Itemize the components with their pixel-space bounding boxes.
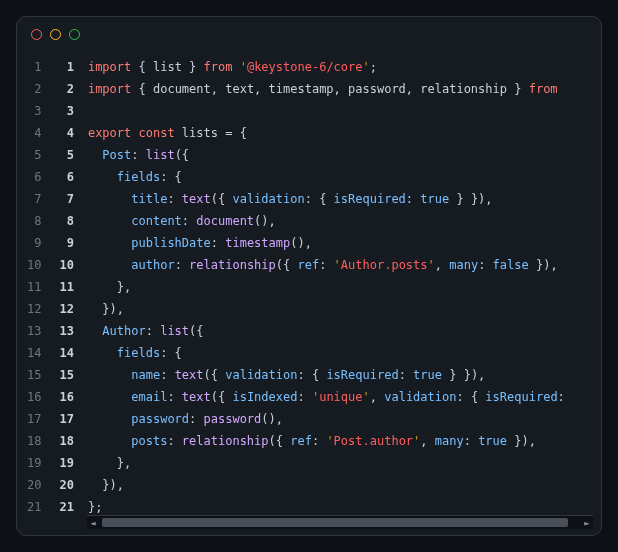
inner-lineno: 4 — [59, 122, 73, 144]
inner-lineno: 2 — [59, 78, 73, 100]
token-prop: validation — [225, 368, 297, 382]
token-fn: relationship — [189, 258, 276, 272]
token-kw: import — [88, 82, 131, 96]
token-prop: Post — [102, 148, 131, 162]
token-pun: , — [406, 82, 420, 96]
token-pun: : { — [305, 192, 334, 206]
token-pun: ({ — [211, 390, 233, 404]
code-line[interactable]: }), — [88, 474, 601, 496]
token-pun: { — [131, 60, 153, 74]
outer-lineno: 17 — [27, 408, 41, 430]
token-str2: @keystone-6/core — [247, 60, 363, 74]
code-line[interactable]: posts: relationship({ ref: 'Post.author'… — [88, 430, 601, 452]
token-str: ' — [363, 60, 370, 74]
token-prop: ref — [297, 258, 319, 272]
token-pun: }), — [88, 478, 124, 492]
outer-lineno: 14 — [27, 342, 41, 364]
token-pun: , — [211, 82, 225, 96]
token-prop: email — [131, 390, 167, 404]
token-fn: document — [196, 214, 254, 228]
outer-lineno: 15 — [27, 364, 41, 386]
token-pun — [88, 390, 131, 404]
scroll-left-arrow-icon[interactable]: ◄ — [87, 516, 99, 529]
code-content[interactable]: import { list } from '@keystone-6/core';… — [88, 56, 601, 515]
code-line[interactable]: }, — [88, 452, 601, 474]
maximize-icon[interactable] — [69, 29, 80, 40]
token-pun: : — [160, 368, 174, 382]
token-prop: Author — [102, 324, 145, 338]
token-prop: isRequired — [334, 192, 406, 206]
token-pun: : — [558, 390, 565, 404]
token-pun: , — [254, 82, 268, 96]
inner-lineno: 20 — [59, 474, 73, 496]
code-line[interactable]: import { list } from '@keystone-6/core'; — [88, 56, 601, 78]
scroll-right-arrow-icon[interactable]: ► — [581, 516, 593, 529]
token-kw: import — [88, 60, 131, 74]
inner-lineno: 11 — [59, 276, 73, 298]
code-line[interactable] — [88, 100, 601, 122]
token-var: document — [153, 82, 211, 96]
outer-lineno: 18 — [27, 430, 41, 452]
inner-lineno: 16 — [59, 386, 73, 408]
code-line[interactable]: title: text({ validation: { isRequired: … — [88, 188, 601, 210]
token-prop: many — [435, 434, 464, 448]
token-pun: , — [334, 82, 348, 96]
code-line[interactable]: fields: { — [88, 342, 601, 364]
outer-lineno: 9 — [27, 232, 41, 254]
token-fn: password — [204, 412, 262, 426]
token-pun: : — [211, 236, 225, 250]
token-pun: }), — [529, 258, 558, 272]
token-pun — [88, 368, 131, 382]
horizontal-scrollbar[interactable]: ◄ ► — [87, 515, 593, 529]
token-prop: posts — [131, 434, 167, 448]
token-pun: : — [319, 258, 333, 272]
code-line[interactable]: author: relationship({ ref: 'Author.post… — [88, 254, 601, 276]
code-line[interactable]: }), — [88, 298, 601, 320]
token-prop: author — [131, 258, 174, 272]
code-line[interactable]: fields: { — [88, 166, 601, 188]
inner-lineno: 3 — [59, 100, 73, 122]
token-str: ' — [240, 60, 247, 74]
code-scroll-area[interactable]: 123456789101112131415161718192021 123456… — [17, 52, 601, 515]
token-fn: text — [175, 368, 204, 382]
token-pun: : { — [160, 170, 182, 184]
code-line[interactable]: content: document(), — [88, 210, 601, 232]
token-prop: ref — [290, 434, 312, 448]
code-line[interactable]: password: password(), — [88, 408, 601, 430]
close-icon[interactable] — [31, 29, 42, 40]
token-pun: } — [507, 82, 529, 96]
token-pun: ({ — [189, 324, 203, 338]
token-var: timestamp — [269, 82, 334, 96]
token-fn: timestamp — [225, 236, 290, 250]
token-str2: Author.posts — [341, 258, 428, 272]
code-line[interactable]: import { document, text, timestamp, pass… — [88, 78, 601, 100]
code-line[interactable]: }, — [88, 276, 601, 298]
code-line[interactable]: export const lists = { — [88, 122, 601, 144]
outer-lineno: 21 — [27, 496, 41, 515]
token-bool: false — [493, 258, 529, 272]
code-line[interactable]: }; — [88, 496, 601, 515]
code-line[interactable]: name: text({ validation: { isRequired: t… — [88, 364, 601, 386]
minimize-icon[interactable] — [50, 29, 61, 40]
token-fn: text — [182, 390, 211, 404]
token-prop: validation — [384, 390, 456, 404]
inner-lineno: 9 — [59, 232, 73, 254]
inner-lineno: 19 — [59, 452, 73, 474]
token-pun: } }), — [449, 192, 492, 206]
token-fn: list — [146, 148, 175, 162]
code-line[interactable]: Author: list({ — [88, 320, 601, 342]
horizontal-scrollbar-thumb[interactable] — [102, 518, 568, 527]
outer-lineno: 1 — [27, 56, 41, 78]
token-kw: from — [204, 60, 233, 74]
code-line[interactable]: email: text({ isIndexed: 'unique', valid… — [88, 386, 601, 408]
token-pun — [88, 170, 117, 184]
code-line[interactable]: Post: list({ — [88, 144, 601, 166]
outer-lineno: 13 — [27, 320, 41, 342]
code-line[interactable]: publishDate: timestamp(), — [88, 232, 601, 254]
token-pun — [88, 236, 131, 250]
outer-lineno: 10 — [27, 254, 41, 276]
token-prop: isRequired — [326, 368, 398, 382]
token-pun: ({ — [211, 192, 233, 206]
token-var: lists — [182, 126, 218, 140]
token-prop: title — [131, 192, 167, 206]
